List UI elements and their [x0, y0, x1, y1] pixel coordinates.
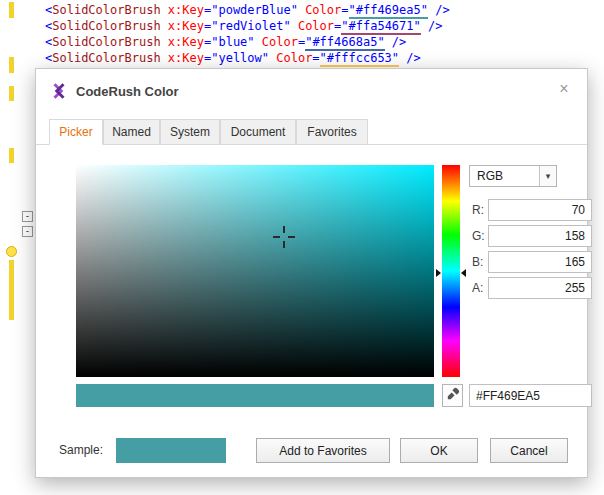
changed-line-marker [9, 260, 14, 320]
crosshair-line [288, 236, 295, 238]
crosshair-line [283, 226, 285, 233]
outline-fold-box[interactable]: - [22, 226, 33, 237]
saturation-value-area[interactable] [76, 165, 434, 377]
eyedropper-icon [445, 390, 460, 405]
code-line: <SolidColorBrush x:Key="redViolet" Color… [45, 18, 450, 34]
hex-input[interactable] [469, 384, 592, 407]
sample-label: Sample: [59, 443, 103, 457]
close-icon[interactable]: × [553, 78, 575, 100]
crosshair-line [273, 236, 280, 238]
tab-system[interactable]: System [160, 119, 220, 145]
channel-input-r[interactable] [488, 199, 592, 221]
hue-marker-left-icon[interactable] [436, 269, 441, 277]
hue-slider[interactable] [442, 165, 460, 377]
tab-favorites[interactable]: Favorites [296, 119, 368, 145]
channel-label-g: G: [472, 229, 485, 243]
color-preview-bar [76, 384, 434, 407]
color-model-select[interactable]: RGB ▾ [469, 165, 557, 187]
channel-input-b[interactable] [488, 251, 592, 273]
code-line: <SolidColorBrush x:Key="powderBlue" Colo… [45, 2, 450, 18]
hue-marker-right-icon[interactable] [461, 269, 466, 277]
coderush-color-dialog: CodeRush Color × Picker Named System Doc… [35, 68, 588, 478]
channel-label-a: A: [472, 281, 483, 295]
cancel-button[interactable]: Cancel [490, 438, 568, 463]
tab-picker[interactable]: Picker [49, 119, 103, 145]
add-to-favorites-button[interactable]: Add to Favorites [256, 438, 390, 463]
channel-input-a[interactable] [488, 277, 592, 299]
channel-label-r: R: [472, 203, 484, 217]
changed-line-marker [9, 57, 14, 73]
dialog-title: CodeRush Color [76, 84, 179, 99]
tab-document[interactable]: Document [220, 119, 296, 145]
channel-input-g[interactable] [488, 225, 592, 247]
coderush-logo-icon [50, 82, 68, 100]
channel-label-b: B: [472, 255, 483, 269]
ok-button[interactable]: OK [400, 438, 478, 463]
sample-swatch [116, 438, 226, 463]
crosshair-line [283, 241, 285, 248]
lightbulb-icon[interactable] [6, 246, 17, 257]
outline-fold-box[interactable]: - [22, 211, 33, 222]
changed-line-marker [9, 2, 14, 18]
code-lines: <SolidColorBrush x:Key="powderBlue" Colo… [45, 2, 450, 66]
color-model-value: RGB [477, 169, 503, 183]
changed-line-marker [9, 86, 14, 101]
chevron-down-icon[interactable]: ▾ [539, 166, 556, 186]
code-line: <SolidColorBrush x:Key="blue" Color="#ff… [45, 34, 450, 50]
tab-named[interactable]: Named [103, 119, 160, 145]
eyedropper-button[interactable] [442, 384, 463, 407]
changed-line-marker [9, 148, 14, 163]
code-line: <SolidColorBrush x:Key="yellow" Color="#… [45, 50, 450, 66]
